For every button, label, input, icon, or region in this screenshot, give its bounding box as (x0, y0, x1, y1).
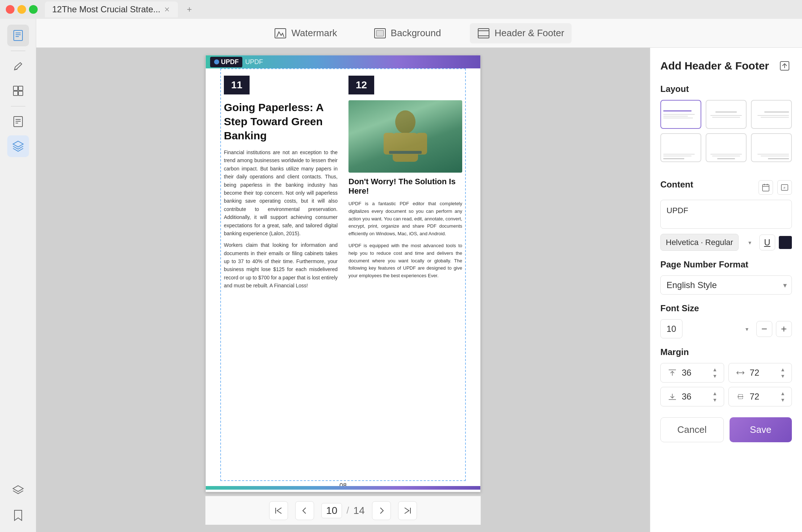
article-title: Going Paperless: A Step Toward Green Ban… (224, 100, 338, 143)
insert-page-num-icon[interactable]: # (777, 180, 792, 195)
margin-top-icon (666, 366, 679, 379)
tab-close-button[interactable] (163, 6, 171, 13)
total-pages: 14 (354, 505, 365, 516)
content-text-input[interactable]: UPDF (660, 200, 792, 229)
layout-option-top-center[interactable] (706, 100, 747, 129)
right-panel: Add Header & Footer Layout (650, 48, 802, 532)
sidebar-divider-1 (11, 51, 25, 51)
sidebar-item-reader[interactable] (7, 25, 29, 46)
article-subtext-2: UPDF is equipped with the most advanced … (348, 242, 462, 280)
tab-title: 12The Most Crucial Strate... (52, 4, 160, 14)
font-row: Helvetica · Regular ▾ U (660, 234, 792, 251)
watermark-tool[interactable]: Watermark (267, 23, 344, 43)
margin-horizontal-2-value: 72 (750, 392, 777, 402)
text-color-button[interactable] (779, 236, 792, 249)
prev-page-button[interactable] (295, 501, 314, 520)
page-num-badge-right: 12 (348, 76, 374, 94)
sidebar-left (0, 19, 36, 532)
layout-option-bottom-center[interactable] (706, 133, 747, 162)
top-toolbar: Watermark Background Header & Footer (36, 19, 802, 48)
margin-top-down[interactable]: ▼ (711, 373, 719, 379)
close-traffic-light[interactable] (6, 5, 14, 14)
document-page: UPDF UPDF 11 Going Paperless: A Step Tow… (205, 55, 481, 492)
margin-top-value: 36 (682, 368, 709, 378)
margin-bottom-spinners: ▲ ▼ (711, 390, 719, 403)
margin-bottom-up[interactable]: ▲ (711, 390, 719, 396)
add-tab-button[interactable]: + (184, 4, 195, 15)
svg-rect-7 (13, 86, 18, 90)
margin-horizontal-2-item: 72 ▲ ▼ (728, 387, 792, 406)
margin-h2-up[interactable]: ▲ (779, 390, 786, 396)
content-section: Content # UPDF (660, 180, 792, 251)
layout-section: Layout (660, 84, 792, 171)
font-size-increase-button[interactable]: + (776, 321, 792, 337)
minimize-traffic-light[interactable] (17, 5, 26, 14)
svg-rect-25 (393, 133, 418, 162)
doc-panel-area: UPDF UPDF 11 Going Paperless: A Step Tow… (36, 48, 802, 532)
margin-h2-spinners: ▲ ▼ (779, 390, 786, 403)
margin-h1-down[interactable]: ▼ (779, 373, 786, 379)
header-footer-tool[interactable]: Header & Footer (470, 23, 571, 43)
page-header-bar: UPDF UPDF (206, 55, 480, 68)
layout-option-top-left[interactable] (660, 100, 701, 129)
page-separator: / (346, 505, 349, 516)
article-image (348, 100, 462, 173)
page-footer: 08 (206, 482, 480, 490)
sidebar-item-annotate[interactable] (7, 55, 29, 77)
current-page[interactable]: 10 (321, 503, 342, 518)
svg-rect-28 (389, 151, 422, 154)
font-family-select[interactable]: Helvetica · Regular (660, 234, 739, 251)
layout-option-bottom-right[interactable] (751, 133, 792, 162)
margin-h1-up[interactable]: ▲ (779, 367, 786, 372)
panel-title: Add Header & Footer (660, 60, 769, 72)
format-select-wrapper: English Style Roman Numerals Arabic Nume… (660, 275, 792, 295)
svg-rect-8 (18, 86, 23, 90)
sidebar-item-bookmark[interactable] (7, 504, 29, 526)
panel-export-icon[interactable] (777, 59, 792, 73)
save-button[interactable]: Save (730, 417, 792, 442)
margin-grid: 36 ▲ ▼ 72 (660, 363, 792, 406)
background-tool[interactable]: Background (366, 23, 448, 43)
next-page-button[interactable] (372, 501, 391, 520)
last-page-button[interactable] (398, 501, 417, 520)
margin-top-up[interactable]: ▲ (711, 367, 719, 372)
font-size-decrease-button[interactable]: − (756, 321, 772, 337)
font-size-select[interactable]: 8 9 10 11 12 (660, 319, 682, 338)
sidebar-bottom-icons (7, 480, 29, 526)
margin-bottom-down[interactable]: ▼ (711, 397, 719, 403)
margin-horizontal-1-value: 72 (750, 368, 777, 378)
svg-marker-15 (13, 141, 23, 147)
svg-rect-10 (18, 91, 23, 96)
page-number-format-select[interactable]: English Style Roman Numerals Arabic Nume… (660, 275, 792, 295)
titlebar: 12The Most Crucial Strate... + (0, 0, 802, 19)
content-header: Content # (660, 180, 792, 195)
document-area: UPDF UPDF 11 Going Paperless: A Step Tow… (36, 48, 650, 532)
article-subtitle: Don't Worry! The Solution Is Here! (348, 177, 462, 196)
sidebar-item-layers-bottom[interactable] (7, 480, 29, 502)
svg-point-23 (214, 59, 219, 64)
traffic-lights (6, 5, 38, 14)
maximize-traffic-light[interactable] (29, 5, 38, 14)
panel-footer: Cancel Save (660, 417, 792, 442)
svg-rect-19 (376, 30, 384, 36)
sidebar-item-organize[interactable] (7, 80, 29, 102)
article-body-2: Workers claim that looking for informati… (224, 241, 338, 290)
cancel-button[interactable]: Cancel (660, 417, 724, 442)
page-logo-text: UPDF (221, 58, 239, 66)
margin-horizontal-1-icon (734, 366, 747, 379)
layout-option-bottom-left[interactable] (660, 133, 701, 162)
insert-date-icon[interactable] (759, 180, 773, 195)
svg-rect-20 (478, 29, 489, 38)
underline-button[interactable]: U (759, 235, 775, 250)
margin-top-spinners: ▲ ▼ (711, 367, 719, 379)
article-subtext-1: UPDF is a fantastic PDF editor that comp… (348, 200, 462, 238)
sidebar-item-layers[interactable] (7, 135, 29, 157)
margin-h2-down[interactable]: ▼ (779, 397, 786, 403)
sidebar-item-edit[interactable] (7, 111, 29, 132)
browser-tab[interactable]: 12The Most Crucial Strate... (45, 1, 178, 17)
layout-option-top-right[interactable] (751, 100, 792, 129)
first-page-button[interactable] (269, 501, 288, 520)
svg-rect-9 (13, 91, 18, 96)
navigation-bar: 10 / 14 (205, 496, 481, 525)
header-footer-label: Header & Footer (494, 28, 564, 39)
